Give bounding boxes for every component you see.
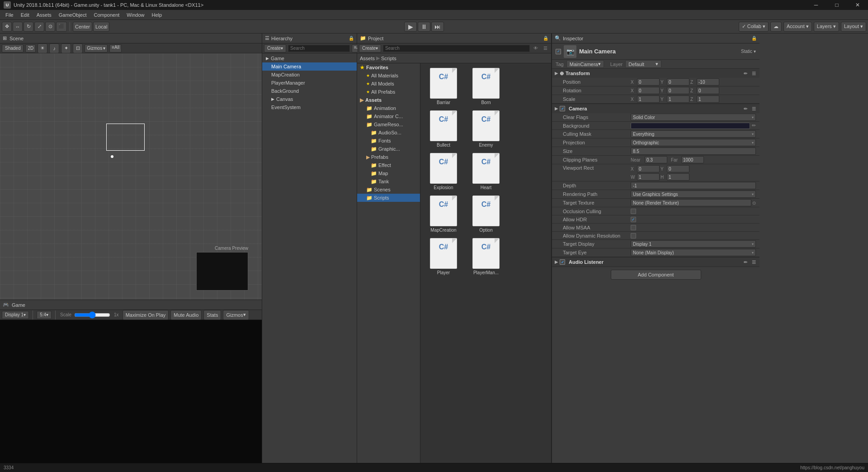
close-button[interactable]: ✕: [847, 0, 868, 10]
mute-audio-button[interactable]: Mute Audio: [170, 310, 202, 320]
maximize-button[interactable]: □: [826, 0, 847, 10]
add-component-button[interactable]: Add Component: [611, 270, 701, 280]
hierarchy-lock-icon[interactable]: 🔒: [349, 36, 354, 41]
hierarchy-item-game[interactable]: ▶ Game: [262, 54, 357, 62]
script-item-option[interactable]: C# Option: [466, 194, 506, 234]
project-folder-effect[interactable]: 📁 Effect: [357, 161, 420, 169]
menu-gameobject[interactable]: GameObject: [55, 11, 90, 19]
camera-edit-icon[interactable]: ✏: [742, 105, 749, 112]
space-button[interactable]: Local: [93, 22, 109, 32]
hierarchy-item-playermanager[interactable]: PlayerManager: [262, 79, 357, 87]
allow-dynamic-res-checkbox[interactable]: [631, 233, 636, 238]
hierarchy-item-background[interactable]: BackGround: [262, 87, 357, 95]
hierarchy-item-canvas[interactable]: ▶ Canvas: [262, 95, 357, 103]
script-item-born[interactable]: C# Born: [466, 66, 506, 107]
project-folder-fonts[interactable]: 📁 Fonts: [357, 137, 420, 145]
rotation-y-input[interactable]: [667, 87, 689, 94]
culling-mask-dropdown[interactable]: Everything ▾: [631, 130, 756, 138]
menu-assets[interactable]: Assets: [33, 11, 55, 19]
scale-y-input[interactable]: [667, 95, 689, 103]
project-fav-models[interactable]: ★ All Models: [357, 80, 420, 88]
layout-button[interactable]: Layout ▾: [841, 22, 866, 32]
stats-button[interactable]: Stats: [203, 310, 221, 320]
project-folder-scenes[interactable]: 📁 Scenes: [357, 186, 420, 194]
scale-slider[interactable]: [74, 312, 110, 318]
toggle-2d-button[interactable]: 2D: [25, 44, 36, 52]
occlusion-culling-checkbox[interactable]: [631, 209, 636, 214]
rendering-path-dropdown[interactable]: Use Graphics Settings ▾: [631, 191, 756, 198]
all-layers-button[interactable]: ≡All: [109, 44, 122, 52]
scene-fx-button[interactable]: ✦: [61, 43, 71, 53]
project-search-input[interactable]: [383, 45, 530, 52]
project-tab-label[interactable]: Project: [368, 36, 383, 41]
project-fav-materials[interactable]: ★ All Materials: [357, 72, 420, 80]
allow-msaa-checkbox[interactable]: [631, 225, 636, 230]
project-folder-audioso[interactable]: 📁 AudioSo...: [357, 129, 420, 137]
pause-button[interactable]: ⏸: [418, 22, 430, 32]
tool-hand[interactable]: ✥: [2, 22, 12, 32]
viewport-w-input[interactable]: [637, 173, 660, 181]
size-input[interactable]: [631, 148, 756, 155]
project-eye-icon[interactable]: 👁: [532, 46, 540, 51]
hierarchy-item-maincamera[interactable]: Main Camera: [262, 62, 357, 71]
menu-window[interactable]: Window: [123, 11, 148, 19]
menu-file[interactable]: File: [2, 11, 17, 19]
project-favorites-header[interactable]: ★ Favorites: [357, 63, 420, 72]
target-display-dropdown[interactable]: Display 1 ▾: [631, 240, 756, 248]
project-lock-icon[interactable]: 🔒: [543, 36, 548, 41]
hierarchy-item-eventsystem[interactable]: EventSystem: [262, 103, 357, 111]
scene-audio-button[interactable]: ♪: [49, 43, 59, 53]
hierarchy-tab-label[interactable]: Hierarchy: [271, 36, 292, 41]
hierarchy-create-button[interactable]: Create ▾: [264, 44, 286, 52]
maximize-on-play-button[interactable]: Maximize On Play: [123, 310, 169, 320]
scene-scene-button[interactable]: ⊡: [73, 43, 83, 53]
scene-tab-label[interactable]: Scene: [9, 36, 24, 41]
object-enabled-checkbox[interactable]: [556, 49, 561, 54]
project-folder-graphic[interactable]: 📁 Graphic...: [357, 145, 420, 153]
pivot-button[interactable]: Center: [73, 22, 92, 32]
inspector-tab-label[interactable]: Inspector: [563, 36, 583, 41]
tool-rect[interactable]: ⊙: [45, 22, 55, 32]
script-item-player[interactable]: C# Player: [423, 236, 464, 277]
script-item-mapcreation[interactable]: C# MapCreation: [423, 194, 464, 234]
project-folder-scripts[interactable]: 📁 Scripts: [357, 194, 420, 202]
scale-z-input[interactable]: [697, 95, 719, 103]
audio-listener-section-header[interactable]: ▶ Audio Listener ✏ ☰: [552, 257, 760, 267]
project-folder-map[interactable]: 📁 Map: [357, 169, 420, 177]
audio-listener-menu-icon[interactable]: ☰: [750, 259, 757, 265]
audio-listener-edit-icon[interactable]: ✏: [742, 259, 749, 265]
viewport-h-input[interactable]: [667, 173, 689, 181]
gizmos-button[interactable]: Gizmos ▾: [85, 44, 108, 52]
scene-light-button[interactable]: ☀: [38, 43, 47, 53]
project-fav-prefabs[interactable]: ★ All Prefabs: [357, 88, 420, 96]
object-name[interactable]: Main Camera: [579, 48, 738, 55]
layer-dropdown[interactable]: Default ▾: [625, 60, 661, 68]
menu-edit[interactable]: Edit: [17, 11, 33, 19]
allow-hdr-checkbox[interactable]: [631, 217, 636, 222]
game-gizmos-button[interactable]: Gizmos ▾: [223, 310, 249, 320]
inspector-lock-icon[interactable]: 🔒: [751, 36, 757, 41]
project-folder-prefabs[interactable]: ▶ Prefabs: [357, 153, 420, 161]
clear-flags-dropdown[interactable]: Solid Color ▾: [631, 114, 756, 121]
menu-component[interactable]: Component: [90, 11, 123, 19]
script-item-heart[interactable]: C# Heart: [466, 151, 506, 192]
project-folder-tank[interactable]: 📁 Tank: [357, 177, 420, 186]
hierarchy-search-input[interactable]: [288, 45, 350, 52]
cloud-button[interactable]: ☁: [770, 22, 782, 32]
camera-enabled-checkbox[interactable]: [560, 106, 565, 111]
script-item-bullect[interactable]: C# Bullect: [423, 109, 464, 149]
projection-dropdown[interactable]: Orthographic ▾: [631, 139, 756, 146]
position-z-input[interactable]: [697, 78, 719, 86]
minimize-button[interactable]: ─: [806, 0, 826, 10]
project-folder-animatorc[interactable]: 📁 Animator C...: [357, 112, 420, 120]
background-color-picker[interactable]: [631, 123, 750, 129]
position-y-input[interactable]: [667, 78, 689, 86]
scale-x-input[interactable]: [637, 95, 660, 103]
script-item-explosion[interactable]: C# Explosion: [423, 151, 464, 192]
menu-help[interactable]: Help: [148, 11, 165, 19]
layers-button[interactable]: Layers ▾: [814, 22, 839, 32]
window-controls[interactable]: ─ □ ✕: [806, 0, 868, 10]
game-tab-label[interactable]: Game: [12, 302, 25, 308]
camera-menu-icon[interactable]: ☰: [750, 105, 757, 112]
audio-listener-enabled-checkbox[interactable]: [560, 259, 565, 265]
